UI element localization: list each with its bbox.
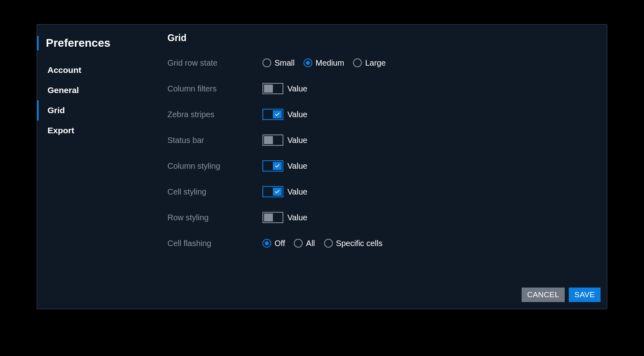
label-cell-styling: Cell styling [167, 187, 262, 197]
radio-grid-row-state-large[interactable]: Large [353, 58, 386, 68]
row-grid-row-state: Grid row state Small Medium Large [167, 55, 607, 71]
toggle-knob-icon [273, 162, 282, 170]
radio-circle-icon [353, 58, 362, 67]
cancel-button[interactable]: CANCEL [522, 288, 565, 302]
toggle-value-label: Value [287, 187, 308, 197]
label-cell-flashing: Cell flashing [167, 239, 262, 248]
radio-circle-icon [262, 239, 271, 248]
dialog-title: Preferences [46, 37, 110, 50]
label-status-bar: Status bar [167, 136, 262, 145]
row-row-styling: Row styling Value [167, 209, 607, 226]
label-column-styling: Column styling [167, 161, 262, 171]
dialog-body: Preferences Account General Grid Export … [37, 25, 607, 286]
radio-label: All [306, 239, 315, 248]
radio-label: Off [275, 239, 285, 248]
controls-zebra-stripes: Value [262, 109, 308, 120]
controls-row-styling: Value [262, 212, 308, 223]
controls-cell-styling: Value [262, 186, 308, 197]
toggle-knob-icon [273, 188, 282, 196]
toggle-status-bar[interactable] [262, 135, 283, 146]
toggle-zebra-stripes[interactable] [262, 109, 283, 120]
radio-cell-flashing-specific[interactable]: Specific cells [324, 239, 383, 248]
toggle-knob-icon [264, 85, 273, 93]
toggle-value-label: Value [287, 84, 308, 93]
sidebar: Preferences Account General Grid Export [37, 32, 167, 286]
toggle-column-styling[interactable] [262, 160, 283, 172]
toggle-knob-icon [273, 110, 282, 118]
sidebar-nav: Account General Grid Export [37, 60, 167, 141]
nav-item-account[interactable]: Account [37, 60, 167, 80]
toggle-cell-styling[interactable] [262, 186, 283, 197]
row-cell-flashing: Cell flashing Off All Specific cells [167, 235, 607, 251]
toggle-value-label: Value [287, 110, 308, 119]
content-panel: Grid Grid row state Small Medium Large [167, 32, 607, 286]
toggle-knob-icon [264, 213, 273, 221]
row-column-styling: Column styling Value [167, 158, 607, 174]
toggle-value-label: Value [287, 161, 308, 171]
toggle-value-label: Value [287, 136, 308, 145]
controls-column-filters: Value [262, 83, 308, 94]
radio-circle-icon [303, 58, 312, 67]
radio-cell-flashing-all[interactable]: All [294, 239, 315, 248]
controls-grid-row-state: Small Medium Large [262, 58, 386, 68]
radio-circle-icon [324, 239, 333, 248]
radio-label: Large [365, 58, 386, 68]
controls-cell-flashing: Off All Specific cells [262, 239, 382, 248]
label-grid-row-state: Grid row state [167, 58, 262, 68]
controls-column-styling: Value [262, 160, 308, 172]
nav-item-grid[interactable]: Grid [37, 100, 167, 120]
radio-cell-flashing-off[interactable]: Off [262, 239, 285, 248]
controls-status-bar: Value [262, 135, 308, 146]
radio-grid-row-state-small[interactable]: Small [262, 58, 295, 68]
nav-item-general[interactable]: General [37, 80, 167, 100]
radio-circle-icon [262, 58, 271, 67]
preferences-dialog: Preferences Account General Grid Export … [37, 24, 607, 309]
save-button[interactable]: SAVE [569, 288, 601, 302]
radio-label: Specific cells [336, 239, 383, 248]
radio-grid-row-state-medium[interactable]: Medium [303, 58, 344, 68]
toggle-row-styling[interactable] [262, 212, 283, 223]
section-title: Grid [167, 33, 607, 43]
radio-label: Medium [316, 58, 344, 68]
toggle-value-label: Value [287, 213, 308, 222]
label-row-styling: Row styling [167, 213, 262, 222]
row-column-filters: Column filters Value [167, 81, 607, 97]
dialog-title-wrap: Preferences [37, 32, 167, 54]
row-cell-styling: Cell styling Value [167, 184, 607, 200]
row-status-bar: Status bar Value [167, 132, 607, 148]
radio-label: Small [275, 58, 295, 68]
toggle-knob-icon [264, 136, 273, 144]
nav-item-export[interactable]: Export [37, 120, 167, 141]
toggle-column-filters[interactable] [262, 83, 283, 94]
label-column-filters: Column filters [167, 84, 262, 93]
title-accent-bar [37, 36, 39, 50]
label-zebra-stripes: Zebra stripes [167, 110, 262, 119]
radio-circle-icon [294, 239, 303, 248]
row-zebra-stripes: Zebra stripes Value [167, 106, 607, 122]
dialog-footer: CANCEL SAVE [37, 286, 607, 309]
